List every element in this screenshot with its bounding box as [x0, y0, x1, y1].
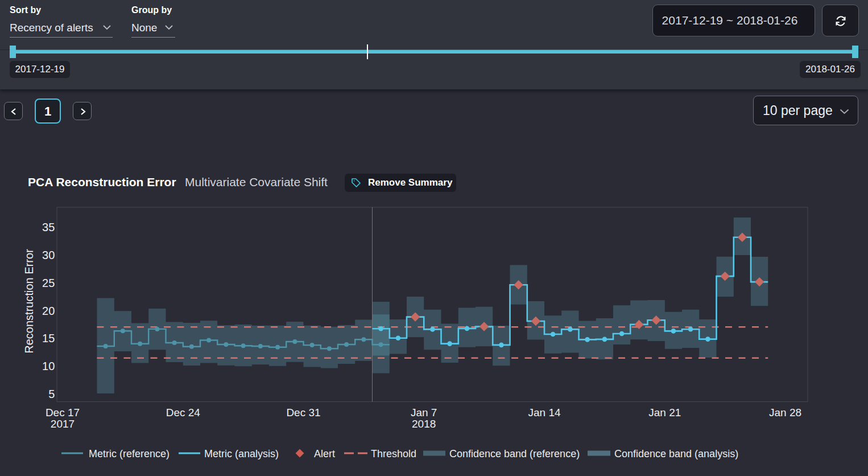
svg-text:Jan 7: Jan 7 [411, 407, 437, 418]
svg-text:Confidence band (analysis): Confidence band (analysis) [614, 448, 738, 459]
svg-text:2018: 2018 [412, 418, 436, 430]
svg-text:Confidence band (reference): Confidence band (reference) [449, 448, 580, 459]
svg-text:Metric (reference): Metric (reference) [89, 448, 170, 459]
svg-text:20: 20 [42, 305, 55, 317]
svg-text:15: 15 [42, 332, 55, 344]
svg-text:25: 25 [42, 277, 55, 289]
svg-text:30: 30 [42, 249, 55, 261]
svg-text:Reconstruction Error: Reconstruction Error [23, 249, 35, 354]
svg-text:Alert: Alert [314, 448, 335, 459]
svg-text:Dec 24: Dec 24 [166, 407, 201, 418]
svg-text:2017: 2017 [51, 418, 75, 430]
svg-text:Metric (analysis): Metric (analysis) [204, 448, 279, 459]
svg-text:Threshold: Threshold [371, 448, 416, 459]
svg-text:Jan 21: Jan 21 [648, 407, 681, 418]
svg-text:Dec 17: Dec 17 [46, 407, 80, 418]
svg-text:10: 10 [42, 360, 55, 372]
svg-text:35: 35 [42, 221, 55, 233]
svg-text:Jan 28: Jan 28 [769, 407, 801, 418]
svg-text:5: 5 [48, 388, 55, 400]
svg-text:Dec 31: Dec 31 [286, 407, 320, 418]
svg-text:Jan 14: Jan 14 [528, 407, 560, 418]
